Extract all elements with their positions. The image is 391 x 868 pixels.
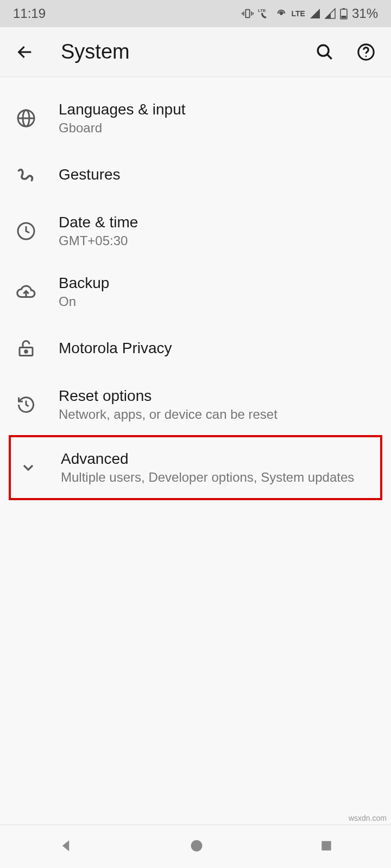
globe-icon	[13, 105, 39, 131]
item-subtitle: GMT+05:30	[59, 233, 380, 248]
nav-recent-button[interactable]	[319, 839, 333, 855]
page-title: System	[61, 40, 295, 63]
vibrate-icon	[242, 8, 254, 20]
search-button[interactable]	[313, 40, 337, 64]
item-title: Gestures	[59, 166, 380, 183]
chevron-down-icon	[15, 455, 41, 481]
svg-rect-23	[321, 841, 331, 850]
svg-rect-8	[343, 8, 345, 9]
svg-line-12	[327, 54, 332, 59]
svg-point-14	[365, 55, 367, 57]
list-item-datetime[interactable]: Date & time GMT+05:30	[0, 201, 391, 261]
back-button[interactable]	[13, 40, 37, 64]
item-subtitle: Multiple users, Developer options, Syste…	[61, 470, 369, 485]
item-subtitle: Network, apps, or device can be reset	[59, 407, 380, 422]
item-subtitle: Gboard	[59, 120, 380, 136]
help-button[interactable]	[354, 40, 378, 64]
item-title: Backup	[59, 275, 380, 292]
nav-home-button[interactable]	[189, 838, 204, 856]
status-time: 11:19	[13, 6, 46, 21]
item-title: Date & time	[59, 214, 380, 231]
list-item-reset[interactable]: Reset options Network, apps, or device c…	[0, 374, 391, 435]
item-title: Languages & input	[59, 101, 380, 118]
app-bar: System	[0, 27, 391, 77]
svg-rect-0	[245, 10, 249, 18]
highlight-advanced: Advanced Multiple users, Developer optio…	[9, 435, 382, 500]
svg-text:LTE: LTE	[258, 8, 266, 13]
list-item-gestures[interactable]: Gestures	[0, 149, 391, 201]
gesture-icon	[13, 162, 39, 188]
status-bar: 11:19 LTE LTE 31%	[0, 0, 391, 27]
svg-point-21	[25, 350, 28, 353]
watermark: wsxdn.com	[349, 814, 387, 822]
volte-call-icon: LTE	[258, 8, 271, 20]
svg-point-22	[191, 840, 203, 851]
clock-icon	[13, 218, 39, 244]
item-title: Motorola Privacy	[59, 340, 380, 357]
item-title: Advanced	[61, 450, 369, 468]
nav-back-button[interactable]	[58, 838, 74, 856]
item-title: Reset options	[59, 387, 380, 405]
network-label: LTE	[292, 9, 305, 18]
list-item-advanced[interactable]: Advanced Multiple users, Developer optio…	[11, 437, 380, 498]
battery-percent: 31%	[352, 6, 378, 21]
cloud-upload-icon	[13, 279, 39, 305]
battery-icon	[340, 8, 348, 20]
signal-icon-2	[325, 8, 336, 19]
status-right: LTE LTE 31%	[242, 6, 378, 21]
hotspot-icon	[275, 8, 287, 20]
signal-icon-1	[310, 8, 320, 19]
settings-list: Languages & input Gboard Gestures Date &…	[0, 77, 391, 500]
list-item-backup[interactable]: Backup On	[0, 261, 391, 322]
restore-icon	[13, 392, 39, 418]
list-item-privacy[interactable]: Motorola Privacy	[0, 322, 391, 374]
unlock-icon	[13, 335, 39, 361]
item-subtitle: On	[59, 294, 380, 309]
navigation-bar	[0, 825, 391, 868]
list-item-languages[interactable]: Languages & input Gboard	[0, 88, 391, 149]
svg-point-11	[318, 45, 329, 56]
svg-rect-9	[341, 16, 346, 18]
svg-point-6	[280, 12, 282, 15]
